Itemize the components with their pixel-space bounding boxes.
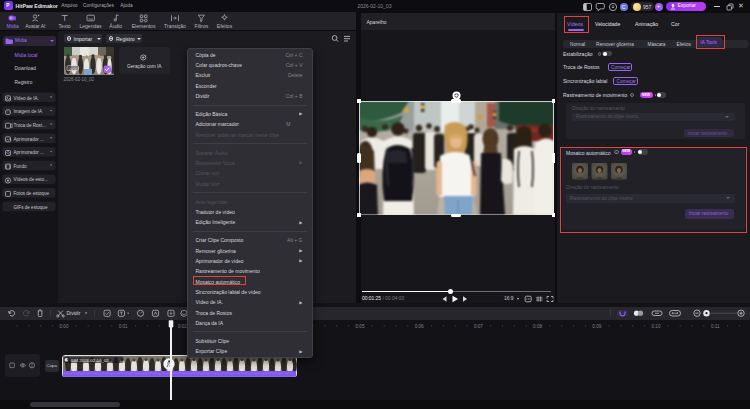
svg-text:Transição: Transição — [164, 23, 186, 29]
svg-text:Texto: Texto — [59, 23, 71, 29]
svg-text:0:01: 0:01 — [119, 323, 128, 328]
svg-text:Troca de Rost...: Troca de Rost... — [14, 123, 47, 128]
svg-text:Vídeos de esto...: Vídeos de esto... — [14, 177, 48, 182]
svg-text:Aprimorador ...: Aprimorador ... — [14, 137, 44, 142]
svg-text:Fundo: Fundo — [14, 164, 27, 169]
svg-text:Aprimorador ...: Aprimorador ... — [14, 150, 44, 155]
svg-text:Elementos: Elementos — [132, 23, 156, 29]
svg-text:GIFs de estoque: GIFs de estoque — [14, 205, 48, 210]
svg-text:Vídeo de IA.: Vídeo de IA. — [14, 96, 39, 101]
svg-text:Efeitos: Efeitos — [217, 23, 233, 29]
svg-text:Dividir: Dividir — [67, 310, 81, 316]
svg-text:Áudio: Áudio — [109, 23, 122, 29]
svg-text:Fotos de estoque: Fotos de estoque — [14, 191, 50, 196]
svg-text:00:04: 00:04 — [68, 66, 77, 70]
svg-text:Mídia: Mídia — [6, 23, 18, 29]
svg-text:0:10: 0:10 — [652, 323, 661, 328]
svg-text:Imagem de IA: Imagem de IA — [14, 109, 44, 114]
svg-text:0:09: 0:09 — [592, 323, 601, 328]
svg-text:Avatar AI: Avatar AI — [25, 23, 45, 29]
svg-text:0:08: 0:08 — [533, 323, 542, 328]
svg-text:084 2026-02-10_02: 084 2026-02-10_02 — [71, 357, 109, 362]
svg-text:0:07: 0:07 — [474, 323, 483, 328]
svg-text:Filtros: Filtros — [195, 23, 209, 29]
svg-text:0:00: 0:00 — [60, 323, 69, 328]
svg-text:Legendas: Legendas — [80, 23, 102, 29]
svg-text:0:05: 0:05 — [356, 323, 365, 328]
svg-text:0:11: 0:11 — [711, 323, 720, 328]
svg-text:0:02: 0:02 — [178, 323, 187, 328]
svg-text:0:06: 0:06 — [415, 323, 424, 328]
